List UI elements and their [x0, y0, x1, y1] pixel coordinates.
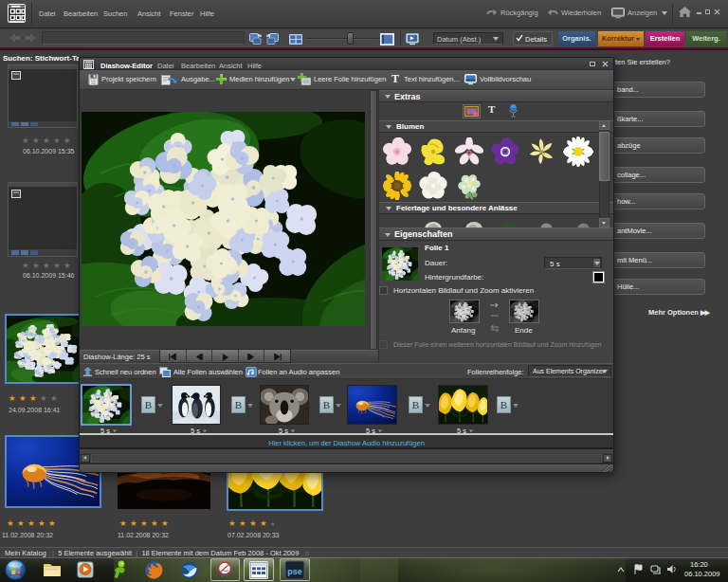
svg-text:pse: pse	[287, 567, 302, 576]
